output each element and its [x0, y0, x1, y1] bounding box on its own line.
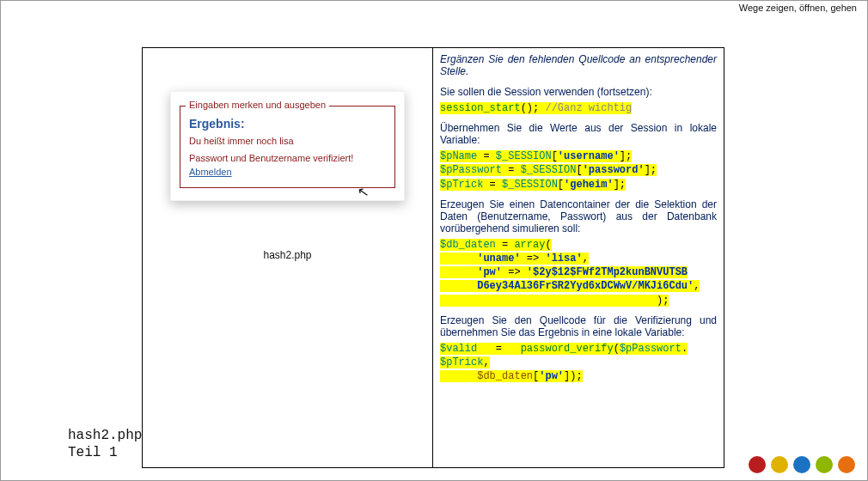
footer-label: hash2.php Teil 1 [68, 427, 142, 461]
file-caption: hash2.php [151, 249, 424, 261]
footer-file: hash2.php [68, 427, 142, 444]
result-card: Eingaben merken und ausgeben Ergebnis: D… [170, 91, 405, 201]
code-array: $db_daten = array( 'uname' => 'lisa', 'p… [440, 238, 717, 307]
code-session-vars: $pName = $_SESSION['username']; $pPasswo… [440, 149, 717, 192]
instruction-1: Ergänzen Sie den fehlenden Quellcode an … [440, 53, 717, 77]
brand-dots [749, 456, 855, 473]
instruction-4: Erzeugen Sie einen Datencontainer der di… [440, 198, 717, 234]
instruction-5: Erzeugen Sie den Quellcode für die Verif… [440, 314, 717, 338]
tagline: Wege zeigen, öffnen, gehen [739, 3, 857, 13]
instruction-2: Sie sollen die Session verwenden (fortse… [440, 86, 717, 98]
dot-icon [771, 456, 788, 473]
slide-content: Eingaben merken und ausgeben Ergebnis: D… [142, 47, 724, 468]
result-text: Du heißt immer noch lisa [189, 136, 386, 146]
logout-link[interactable]: Abmelden [189, 167, 232, 177]
result-fieldset: Eingaben merken und ausgeben Ergebnis: D… [180, 106, 395, 188]
footer-part: Teil 1 [68, 444, 142, 461]
right-column: Ergänzen Sie den fehlenden Quellcode an … [433, 48, 724, 467]
verify-text: Passwort und Benutzername verifiziert! [189, 153, 386, 163]
dot-icon [838, 456, 855, 473]
code-session-start: session_start(); //Ganz wichtig [440, 101, 717, 115]
instruction-3: Übernehmen Sie die Werte aus der Session… [440, 122, 717, 146]
dot-icon [816, 456, 833, 473]
left-column: Eingaben merken und ausgeben Ergebnis: D… [143, 48, 433, 467]
slide-page: Wege zeigen, öffnen, gehen Eingaben merk… [0, 0, 868, 481]
code-verify: $valid = password_verify($pPasswort. $pT… [440, 342, 717, 384]
dot-icon [749, 456, 766, 473]
dot-icon [793, 456, 810, 473]
fieldset-legend: Eingaben merken und ausgeben [186, 100, 329, 110]
result-title: Ergebnis: [189, 117, 386, 131]
